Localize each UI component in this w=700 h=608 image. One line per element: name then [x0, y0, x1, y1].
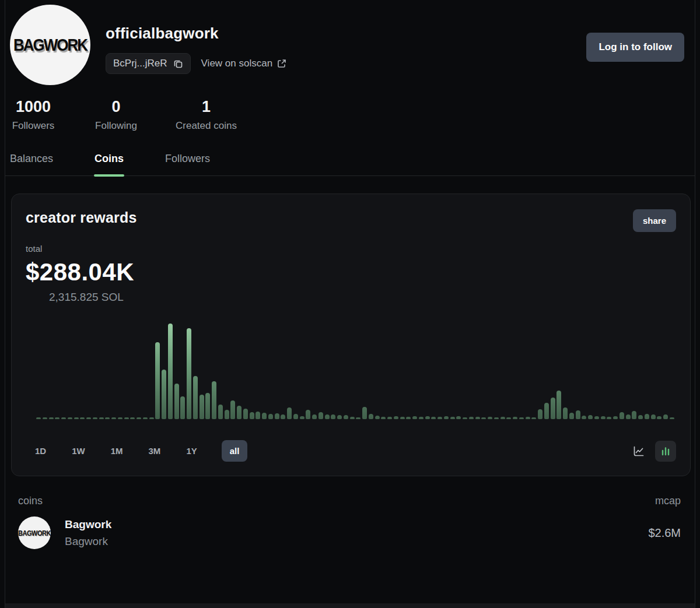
chart-bar: [350, 417, 355, 419]
chart-bar: [645, 414, 649, 419]
chart-bar: [124, 417, 129, 419]
chart-type-toggle: [628, 441, 676, 462]
chart-bar: [400, 417, 405, 419]
chart-bar: [268, 414, 273, 419]
chart-bar: [670, 417, 674, 419]
chart-bar: [200, 395, 204, 419]
chart-bar: [381, 417, 386, 419]
log-in-to-follow-button[interactable]: Log in to follow: [586, 33, 684, 62]
wallet-address-chip[interactable]: BcPrj...jReR: [106, 53, 191, 74]
chart-bar: [601, 416, 606, 419]
external-link-icon: [277, 59, 286, 68]
username: officialbagwork: [106, 24, 286, 43]
coin-avatar: BAGWORK: [18, 516, 51, 549]
chart-bar: [582, 416, 586, 419]
copy-icon[interactable]: [173, 59, 183, 69]
chart-bar: [306, 410, 310, 419]
coin-row-bagwork[interactable]: BAGWORK Bagwork Bagwork $2.6M: [5, 516, 695, 549]
chart-bar: [469, 417, 474, 419]
profile-page: BAGWORK officialbagwork BcPrj...jReR Vie…: [0, 0, 700, 608]
chart-bar: [275, 413, 279, 419]
created-coins-label: Created coins: [176, 120, 237, 132]
chart-bar: [256, 412, 260, 419]
range-1y[interactable]: 1Y: [185, 440, 198, 462]
chart-bar: [506, 417, 511, 419]
chart-bar: [218, 405, 223, 419]
chart-bar: [632, 411, 636, 419]
chart-bar: [475, 417, 480, 419]
stats-row: 1000 Followers 0 Following 1 Created coi…: [5, 98, 695, 132]
chart-bar: [300, 416, 304, 419]
chart-bar: [626, 414, 631, 419]
coin-meta: Bagwork Bagwork: [65, 518, 111, 548]
header-info: officialbagwork BcPrj...jReR View on sol…: [106, 5, 286, 74]
address-row: BcPrj...jReR View on solscan: [106, 53, 286, 74]
chart-bar: [456, 416, 461, 419]
range-3m[interactable]: 3M: [148, 440, 162, 462]
chart-bar: [419, 417, 424, 419]
chart-bar: [168, 324, 173, 419]
stat-created-coins[interactable]: 1 Created coins: [176, 98, 237, 132]
solscan-label: View on solscan: [201, 58, 273, 69]
chart-bar: [438, 417, 442, 419]
bar-chart-icon[interactable]: [655, 441, 676, 462]
line-chart-icon[interactable]: [628, 441, 649, 462]
chart-bar: [74, 417, 79, 419]
chart-bar: [412, 416, 417, 419]
chart-bar: [519, 417, 524, 419]
coin-name: Bagwork: [65, 518, 111, 531]
total-sol-value: 2,315.825 SOL: [49, 291, 676, 304]
view-on-solscan-link[interactable]: View on solscan: [201, 58, 287, 69]
chart-bar: [588, 415, 593, 419]
chart-bar: [187, 328, 191, 419]
chart-bar: [61, 417, 66, 419]
coin-symbol: Bagwork: [65, 535, 111, 548]
following-label: Following: [93, 120, 139, 132]
rewards-bar-chart: [26, 320, 676, 419]
chart-bar: [212, 381, 216, 419]
chart-bar: [356, 417, 360, 419]
avatar-text: BAGWORK: [13, 34, 87, 55]
chart-bar: [243, 409, 248, 419]
coin-avatar-text: BAGWORK: [18, 529, 51, 537]
wallet-address: BcPrj...jReR: [113, 58, 167, 69]
chart-bar: [130, 417, 135, 419]
created-coins-count: 1: [176, 98, 237, 116]
chart-bar: [49, 417, 54, 419]
chart-bar: [230, 400, 235, 419]
creator-rewards-card: creator rewards share total $288.04K 2,3…: [11, 194, 691, 476]
range-1m[interactable]: 1M: [110, 440, 124, 462]
chart-bar: [318, 412, 323, 419]
chart-bar: [651, 414, 656, 419]
range-all[interactable]: all: [222, 440, 248, 462]
stat-followers[interactable]: 1000 Followers: [10, 98, 57, 132]
total-label: total: [26, 244, 676, 254]
chart-bar: [576, 410, 580, 419]
chart-bar: [43, 417, 47, 419]
share-button[interactable]: share: [633, 209, 676, 232]
tab-followers[interactable]: Followers: [165, 149, 210, 175]
chart-bar: [556, 391, 561, 419]
range-1d[interactable]: 1D: [34, 440, 47, 462]
stat-following[interactable]: 0 Following: [93, 98, 139, 132]
chart-bar: [80, 417, 85, 419]
tab-balances[interactable]: Balances: [10, 149, 53, 175]
chart-bar: [481, 417, 486, 419]
chart-bar: [387, 417, 392, 419]
chart-bar: [369, 414, 373, 419]
chart-bar: [193, 376, 198, 419]
chart-bar: [531, 417, 536, 419]
page-frame: BAGWORK officialbagwork BcPrj...jReR Vie…: [5, 0, 695, 608]
chart-bar: [331, 414, 335, 419]
chart-bar: [86, 417, 91, 419]
range-1w[interactable]: 1W: [71, 440, 86, 462]
chart-bar: [544, 403, 549, 419]
next-row-edge: [5, 603, 695, 608]
chart-bar: [55, 417, 60, 419]
chart-bar: [149, 417, 154, 419]
chart-bar: [205, 393, 210, 419]
card-header: creator rewards share: [26, 209, 676, 232]
chart-bar: [375, 416, 380, 419]
chart-bar: [237, 406, 242, 419]
tab-coins[interactable]: Coins: [94, 149, 124, 175]
